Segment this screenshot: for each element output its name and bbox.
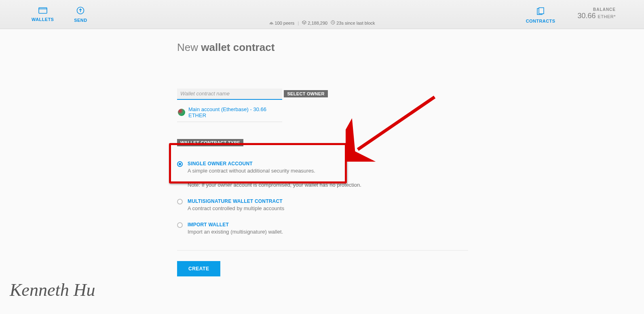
radio-import[interactable]: [177, 222, 183, 228]
type-import-title: IMPORT WALLET: [188, 222, 283, 228]
type-option-import[interactable]: IMPORT WALLET Import an existing (multis…: [177, 217, 644, 240]
type-import-body: IMPORT WALLET Import an existing (multis…: [188, 222, 283, 235]
type-single-desc: A simple contract without additional sec…: [188, 168, 361, 174]
main-content: New wallet contract SELECT OWNER Main ac…: [0, 29, 644, 276]
radio-single[interactable]: [177, 161, 183, 167]
clock-icon: [331, 20, 335, 25]
signal-icon: [269, 20, 273, 25]
owner-avatar-icon: [178, 109, 185, 116]
block-text: 2,188,290: [308, 21, 327, 25]
select-owner-label: SELECT OWNER: [284, 90, 327, 97]
since-text: 23s since last block: [336, 21, 375, 25]
balance-value: 30.66 ETHER*: [577, 12, 616, 20]
owner-text: Main account (Etherbase) - 30.66 ETHER: [188, 106, 281, 118]
create-button[interactable]: CREATE: [177, 261, 220, 276]
separator: |: [298, 21, 299, 25]
balance-block: BALANCE 30.66 ETHER*: [577, 7, 616, 20]
cube-icon: [302, 20, 306, 25]
status-block: 2,188,290: [302, 20, 327, 25]
type-import-desc: Import an existing (multisignature) wall…: [188, 229, 283, 235]
type-list: SINGLE OWNER ACCOUNT A simple contract w…: [177, 156, 644, 240]
type-multisig-desc: A contract controlled by multiple accoun…: [188, 205, 284, 211]
balance-label: BALANCE: [577, 7, 616, 12]
type-option-single[interactable]: SINGLE OWNER ACCOUNT A simple contract w…: [177, 156, 644, 194]
nav-wallets-label: WALLETS: [32, 17, 54, 22]
contracts-icon: [536, 7, 545, 17]
title-bold: wallet contract: [201, 41, 274, 53]
type-single-body: SINGLE OWNER ACCOUNT A simple contract w…: [188, 161, 361, 188]
svg-rect-0: [39, 8, 47, 13]
top-bar: WALLETS SEND 100 peers | 2,188,290: [0, 0, 644, 29]
type-single-note: Note: If your owner account is compromis…: [188, 182, 361, 188]
balance-unit: ETHER*: [598, 14, 616, 19]
watermark: Kenneth Hu: [10, 280, 95, 300]
nav-send-label: SEND: [74, 18, 87, 23]
status-peers: 100 peers: [269, 20, 294, 25]
nav-contracts[interactable]: CONTRACTS: [526, 7, 555, 23]
title-prefix: New: [177, 41, 201, 53]
type-single-title: SINGLE OWNER ACCOUNT: [188, 161, 361, 166]
nav-wallets[interactable]: WALLETS: [32, 6, 54, 23]
type-option-multisig[interactable]: MULTISIGNATURE WALLET CONTRACT A contrac…: [177, 194, 644, 217]
peers-text: 100 peers: [274, 21, 294, 25]
balance-amount: 30.66: [577, 12, 595, 20]
nav-left: WALLETS SEND: [32, 6, 87, 23]
radio-multisig[interactable]: [177, 199, 183, 204]
owner-dropdown[interactable]: Main account (Etherbase) - 30.66 ETHER: [177, 103, 282, 122]
nav-contracts-label: CONTRACTS: [526, 19, 555, 23]
type-multisig-title: MULTISIGNATURE WALLET CONTRACT: [188, 198, 284, 204]
send-icon: [76, 6, 84, 17]
svg-rect-5: [539, 8, 544, 14]
nav-send[interactable]: SEND: [74, 6, 87, 23]
svg-point-2: [271, 24, 272, 25]
wallet-icon: [38, 6, 47, 16]
nav-right: CONTRACTS BALANCE 30.66 ETHER*: [526, 7, 616, 23]
divider: [177, 250, 468, 251]
type-multisig-body: MULTISIGNATURE WALLET CONTRACT A contrac…: [188, 198, 284, 211]
status-since: 23s since last block: [331, 20, 375, 25]
wallet-type-label: WALLET CONTRACT TYPE: [177, 139, 243, 146]
page-title: New wallet contract: [177, 41, 644, 54]
wallet-name-input[interactable]: [177, 89, 282, 100]
status-bar: 100 peers | 2,188,290 23s since last blo…: [269, 20, 375, 25]
